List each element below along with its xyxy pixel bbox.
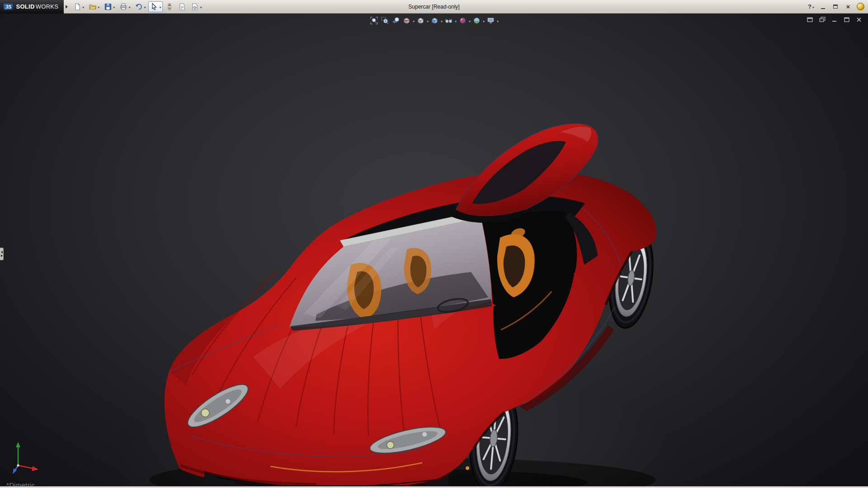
main-toolbar <box>71 1 203 12</box>
edit-appearance-caret-icon[interactable] <box>468 16 471 24</box>
minimize-document-button[interactable] <box>831 17 838 23</box>
edit-appearance-ball-icon <box>458 16 467 25</box>
panel-splitter-handle[interactable] <box>0 248 4 260</box>
car-model[interactable] <box>0 14 868 486</box>
undo-button[interactable] <box>133 1 147 12</box>
brand-solid: SOLID <box>16 3 34 10</box>
file-properties-icon <box>178 3 186 11</box>
close-document-icon <box>856 17 863 23</box>
zoom-to-fit-icon <box>370 16 378 25</box>
restore-window-icon <box>819 17 826 23</box>
view-orientation-label: *Dimetric <box>6 481 35 486</box>
apply-scene-button[interactable] <box>472 15 482 26</box>
zoom-to-area-button[interactable] <box>380 15 390 26</box>
file-properties-button[interactable] <box>176 1 188 12</box>
document-window-controls <box>807 17 863 23</box>
view-settings-button[interactable] <box>486 15 496 26</box>
rebuild-button[interactable] <box>164 1 175 12</box>
hide-show-glasses-icon <box>444 16 453 25</box>
graphics-area[interactable]: *Dimetric <box>0 14 868 486</box>
view-orientation-button[interactable] <box>415 15 426 26</box>
menu-flyout-arrow-icon[interactable] <box>66 5 68 9</box>
maximize-icon <box>833 5 838 9</box>
dassault-3ds-mark: 3S <box>4 4 13 10</box>
app-window: 3S SOLID WORKS <box>0 0 868 488</box>
apply-scene-icon <box>472 16 481 25</box>
view-orientation-caret-icon[interactable] <box>426 16 429 24</box>
orientation-triad[interactable] <box>11 439 42 474</box>
save-floppy-icon <box>104 3 112 11</box>
section-view-icon <box>402 16 411 25</box>
minimize-document-icon <box>831 17 838 23</box>
help-label: ? <box>808 3 811 10</box>
dropdown-caret-icon[interactable] <box>159 3 161 10</box>
display-style-cube-icon <box>430 16 439 25</box>
minimize-icon <box>821 8 825 9</box>
maximize-button[interactable] <box>831 3 840 11</box>
menu-bar: 3S SOLID WORKS <box>0 0 868 14</box>
view-settings-caret-icon[interactable] <box>496 16 499 24</box>
document-title: Supercar [Read-only] <box>408 4 459 10</box>
select-cursor-icon <box>150 3 158 11</box>
previous-view-button[interactable] <box>391 15 401 26</box>
view-settings-monitor-icon <box>486 16 495 25</box>
x-axis <box>18 465 33 469</box>
help-caret-icon[interactable] <box>812 3 814 10</box>
help-button[interactable]: ? <box>808 3 814 10</box>
close-document-button[interactable] <box>856 17 863 23</box>
print-button[interactable] <box>118 1 132 12</box>
options-button[interactable] <box>189 1 203 12</box>
maximize-document-button[interactable] <box>844 17 850 23</box>
brand-works: WORKS <box>36 3 59 10</box>
amber-marker-light <box>466 466 469 470</box>
section-view-caret-icon[interactable] <box>412 16 415 24</box>
open-folder-icon <box>89 3 97 11</box>
zoom-to-fit-button[interactable] <box>369 15 379 26</box>
rebuild-stoplight-icon <box>165 3 174 11</box>
dropdown-caret-icon[interactable] <box>113 3 115 10</box>
maximize-document-icon <box>844 17 850 23</box>
heads-up-view-toolbar <box>369 15 499 26</box>
display-style-caret-icon[interactable] <box>440 16 443 24</box>
minimize-button[interactable] <box>819 3 827 11</box>
hide-show-caret-icon[interactable] <box>454 16 457 24</box>
previous-view-icon <box>392 16 400 25</box>
dropdown-caret-icon[interactable] <box>98 3 99 10</box>
hide-show-items-button[interactable] <box>443 15 454 26</box>
restore-window-button[interactable] <box>819 17 826 23</box>
previous-window-icon <box>807 17 814 23</box>
previous-window-button[interactable] <box>807 17 814 23</box>
close-button[interactable]: × <box>844 3 852 11</box>
zoom-to-area-icon <box>381 16 389 25</box>
solidworks-logo: 3S SOLID WORKS <box>0 0 64 14</box>
new-document-icon <box>73 3 81 11</box>
view-orientation-cube-icon <box>416 16 425 25</box>
solidworks-emblem-icon <box>857 3 864 10</box>
edit-appearance-button[interactable] <box>458 15 468 26</box>
dropdown-caret-icon[interactable] <box>144 3 146 10</box>
save-button[interactable] <box>102 1 117 12</box>
open-button[interactable] <box>87 1 101 12</box>
splitter-right-arrow-icon <box>1 254 3 257</box>
display-style-button[interactable] <box>429 15 440 26</box>
status-bar <box>0 486 868 488</box>
section-view-button[interactable] <box>401 15 412 26</box>
options-gear-icon <box>191 3 199 11</box>
apply-scene-caret-icon[interactable] <box>482 16 485 24</box>
undo-arrow-icon <box>135 3 143 11</box>
dropdown-caret-icon[interactable] <box>82 3 84 10</box>
new-button[interactable] <box>71 1 86 12</box>
select-button[interactable] <box>148 1 163 12</box>
titlebar-controls: ? × <box>808 3 868 11</box>
print-icon <box>119 3 127 11</box>
dropdown-caret-icon[interactable] <box>128 3 130 10</box>
splitter-left-arrow-icon <box>1 251 3 253</box>
dropdown-caret-icon[interactable] <box>200 3 202 10</box>
